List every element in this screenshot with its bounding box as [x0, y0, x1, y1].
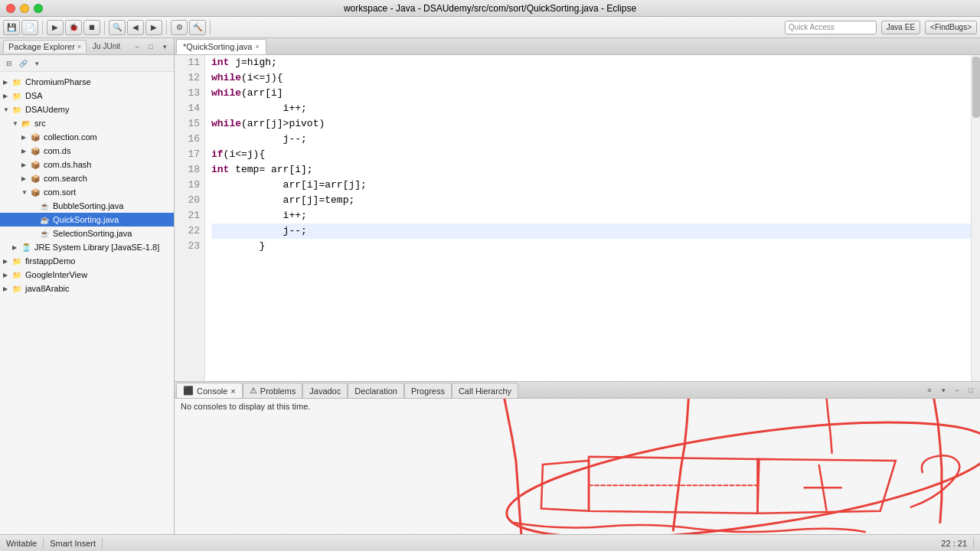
toolbar-nav-back[interactable]: ◀: [127, 20, 144, 35]
console-tab-label: Console: [197, 386, 227, 396]
tree-item[interactable]: ▼📁DSAUdemy: [0, 103, 174, 116]
tree-item[interactable]: ▶📁java8Arabic: [0, 282, 174, 295]
window-controls[interactable]: [6, 4, 43, 13]
tree-icon: 📁: [11, 90, 23, 102]
code-editor[interactable]: 11121314151617181920212223 int j=high; w…: [175, 55, 980, 381]
tree-arrow: ▶: [21, 134, 29, 141]
tree-arrow: ▶: [3, 258, 11, 265]
toolbar-run[interactable]: ▶: [47, 20, 64, 35]
declaration-tab[interactable]: Declaration: [348, 383, 404, 398]
panel-max-btn[interactable]: □: [145, 41, 157, 53]
tree-item[interactable]: ▶📦com.ds: [0, 144, 174, 158]
minimize-button[interactable]: [20, 4, 29, 13]
junit-tab[interactable]: Ju JUnit: [90, 42, 123, 51]
status-sep2: [102, 538, 103, 549]
quick-access-input[interactable]: Quick Access: [785, 21, 877, 34]
titlebar: workspace - Java - DSAUdemy/src/com/sort…: [0, 0, 980, 17]
line-number: 16: [175, 132, 200, 147]
toolbar-refactor[interactable]: ⚙: [171, 20, 188, 35]
progress-tab[interactable]: Progress: [404, 383, 452, 398]
tree-item[interactable]: ☕QuickSorting.java: [0, 213, 174, 227]
tree-item[interactable]: ☕SelectionSorting.java: [0, 227, 174, 240]
tree-icon: 📁: [11, 76, 23, 88]
bottom-view-btn[interactable]: ≡: [923, 384, 936, 396]
bottom-menu-btn[interactable]: ▾: [937, 384, 949, 396]
tree-icon: ☕: [38, 227, 51, 240]
call-hierarchy-tab-label: Call Hierarchy: [459, 386, 511, 396]
status-position: 22 : 21: [941, 539, 967, 548]
right-area: *QuickSorting.java × 1112131415161718192…: [175, 38, 980, 534]
tree-item[interactable]: ▼📂src: [0, 116, 174, 130]
bottom-min-btn[interactable]: −: [951, 384, 963, 396]
code-line: i++;: [211, 208, 971, 223]
panel-view-menu[interactable]: ▾: [158, 41, 171, 53]
editor-tab-close[interactable]: ×: [256, 43, 260, 51]
close-button[interactable]: [6, 4, 15, 13]
package-explorer-tree: ▶📁ChromiumPharse▶📁DSA▼📁DSAUdemy▼📂src▶📦co…: [0, 72, 174, 534]
bottom-max-btn[interactable]: □: [965, 384, 977, 396]
console-icon: ⬛: [183, 386, 194, 396]
toolbar-sep2: [104, 21, 105, 34]
toolbar-search[interactable]: 🔍: [109, 20, 126, 35]
tree-link-editor[interactable]: 🔗: [17, 57, 29, 70]
panel-toolbar: − □ ▾: [131, 41, 171, 53]
panel-min-btn[interactable]: −: [131, 41, 143, 53]
problems-tab[interactable]: ⚠ Problems: [243, 383, 302, 398]
package-explorer-tab[interactable]: Package Explorer ×: [3, 40, 87, 53]
tree-collapse-all[interactable]: ⊟: [3, 57, 15, 70]
tree-label: src: [34, 119, 46, 128]
tree-item[interactable]: ▶📦com.search: [0, 171, 174, 185]
tree-item[interactable]: ☕BubbleSorting.java: [0, 199, 174, 213]
toolbar-new[interactable]: 📄: [21, 20, 38, 35]
code-line: if(i<=j){: [211, 147, 971, 162]
code-line: j--;: [211, 132, 971, 147]
perspective-java-ee[interactable]: Java EE: [881, 21, 920, 34]
tree-item[interactable]: ▶📦collection.com: [0, 130, 174, 144]
tree-icon: 📦: [29, 131, 41, 143]
tree-item[interactable]: ▶📁GoogleInterView: [0, 268, 174, 282]
tree-icon: 📁: [11, 255, 23, 267]
line-number: 19: [175, 178, 200, 193]
no-console-message: No consoles to display at this time.: [181, 402, 310, 411]
tree-arrow: ▶: [3, 272, 11, 279]
editor-scrollbar[interactable]: [971, 55, 980, 381]
tree-item[interactable]: ▼📦com.sort: [0, 185, 174, 199]
status-sep1: [43, 538, 44, 549]
toolbar-debug[interactable]: 🐞: [65, 20, 82, 35]
tree-arrow: ▶: [3, 93, 11, 99]
toolbar-build[interactable]: 🔨: [189, 20, 206, 35]
tree-icon: 📂: [20, 117, 32, 129]
code-line: arr[i]=arr[j];: [211, 178, 971, 193]
editor-tab-bar: *QuickSorting.java ×: [175, 38, 980, 55]
toolbar-save[interactable]: 💾: [3, 20, 20, 35]
editor-tab-quicksorting[interactable]: *QuickSorting.java ×: [176, 39, 266, 54]
code-line: j--;: [211, 223, 971, 239]
tree-item[interactable]: ▶🫙JRE System Library [JavaSE-1.8]: [0, 240, 174, 254]
tree-label: firstappDemo: [25, 256, 75, 266]
toolbar-stop[interactable]: ⏹: [83, 20, 100, 35]
tree-item[interactable]: ▶📁ChromiumPharse: [0, 75, 174, 89]
line-number: 23: [175, 239, 200, 254]
call-hierarchy-tab[interactable]: Call Hierarchy: [452, 383, 518, 398]
tree-arrow: ▶: [3, 285, 11, 292]
maximize-button[interactable]: [34, 4, 43, 13]
code-content-area[interactable]: int j=high; while(i<=j){ while(arr[i] i+…: [205, 55, 971, 381]
svg-point-0: [501, 399, 980, 534]
toolbar-nav-fwd[interactable]: ▶: [145, 20, 162, 35]
javadoc-tab[interactable]: Javadoc: [302, 383, 348, 398]
bottom-panel: ⬛ Console × ⚠ Problems Javadoc Declarati…: [175, 381, 980, 534]
javadoc-tab-label: Javadoc: [309, 386, 341, 396]
package-explorer-close[interactable]: ×: [77, 43, 81, 51]
tree-item[interactable]: ▶📁firstappDemo: [0, 254, 174, 268]
line-number: 11: [175, 55, 200, 70]
tree-item[interactable]: ▶📦com.ds.hash: [0, 158, 174, 171]
tree-label: com.sort: [44, 187, 76, 197]
console-tab-close[interactable]: ×: [230, 386, 235, 396]
tree-label: GoogleInterView: [25, 270, 87, 279]
console-tab[interactable]: ⬛ Console ×: [176, 383, 243, 398]
tree-item[interactable]: ▶📁DSA: [0, 89, 174, 103]
line-number: 17: [175, 147, 200, 162]
tree-menu[interactable]: ▾: [31, 57, 43, 70]
perspective-findbugs[interactable]: <FindBugs>: [925, 21, 977, 34]
tree-arrow: ▼: [3, 106, 11, 113]
